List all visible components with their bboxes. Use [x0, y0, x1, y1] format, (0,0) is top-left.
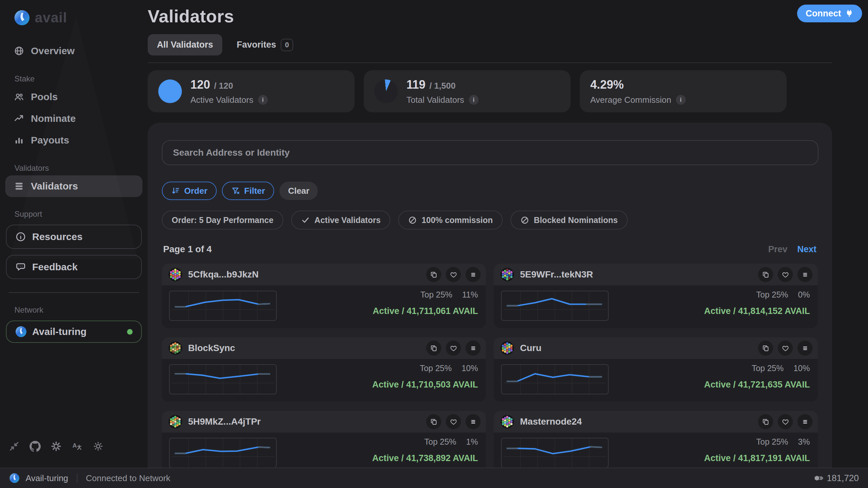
chip-order-5-day-performance[interactable]: Order: 5 Day Performance	[162, 211, 283, 230]
copy-address-button[interactable]	[758, 414, 773, 429]
tab-all-validators[interactable]: All Validators	[148, 34, 222, 56]
copy-address-button[interactable]	[426, 340, 441, 356]
card-menu-button[interactable]	[798, 267, 812, 282]
validator-card-body: Top 25%11% Active / 41,711,061 AVAIL	[162, 285, 486, 328]
resources-button[interactable]: Resources	[6, 225, 142, 249]
validator-card-body: Top 25%3% Active / 41,817,191 AVAIL	[494, 432, 818, 468]
validator-name: 5H9MkZ...A4jTPr	[188, 417, 261, 427]
validator-card: BlockSync Top 25%10% Active / 41,710,503…	[162, 337, 486, 402]
copy-address-button[interactable]	[758, 340, 773, 356]
era-points: 11%	[462, 290, 478, 299]
chip-100-commission[interactable]: 100% commission	[398, 211, 503, 230]
sun-icon	[93, 441, 104, 452]
settings-button[interactable]	[51, 441, 62, 452]
language-button[interactable]	[71, 441, 83, 452]
validator-identicon	[168, 268, 182, 281]
avail-network-logo-icon	[15, 326, 27, 338]
clear-button[interactable]: Clear	[279, 182, 318, 200]
rank-label: Top 25%	[425, 437, 456, 446]
validator-card-body: Top 25%0% Active / 41,814,152 AVAIL	[494, 285, 818, 328]
chip-active-validators[interactable]: Active Validators	[291, 211, 390, 230]
theme-toggle-button[interactable]	[93, 441, 104, 452]
github-button[interactable]	[30, 441, 41, 452]
favorite-button[interactable]	[446, 340, 461, 356]
info-icon[interactable]: i	[676, 95, 686, 105]
sidebar-item-validators[interactable]: Validators	[5, 175, 143, 197]
network-name: Avail-turing	[32, 326, 87, 337]
info-icon[interactable]: i	[258, 95, 268, 105]
validator-card: Masternode24 Top 25%3% Active / 41,817,1…	[494, 411, 818, 468]
feedback-button[interactable]: Feedback	[6, 255, 142, 279]
ban-icon	[520, 216, 529, 225]
next-page-link[interactable]: Next	[797, 244, 816, 254]
era-points: 3%	[798, 437, 810, 446]
sort-icon	[171, 186, 180, 195]
card-menu-button[interactable]	[798, 414, 812, 429]
section-label-support: Support	[14, 210, 148, 219]
card-menu-button[interactable]	[798, 340, 812, 356]
era-points: 10%	[794, 364, 810, 373]
sidebar-item-pools[interactable]: Pools	[5, 86, 143, 108]
rank-label: Top 25%	[421, 290, 453, 299]
filter-button[interactable]: Filter	[222, 182, 274, 200]
chip-blocked-nominations[interactable]: Blocked Nominations	[510, 211, 628, 230]
card-menu-button[interactable]	[466, 414, 480, 429]
card-menu-button[interactable]	[466, 267, 480, 282]
favorite-button[interactable]	[778, 414, 793, 429]
section-label-validators: Validators	[14, 163, 148, 173]
gear-icon	[51, 441, 62, 452]
favorite-button[interactable]	[778, 340, 793, 356]
performance-sparkline	[169, 364, 277, 394]
info-icon[interactable]: i	[469, 95, 479, 105]
sidebar-item-overview[interactable]: Overview	[5, 40, 143, 62]
prev-page-link[interactable]: Prev	[768, 244, 787, 254]
validator-stake-status: Active / 41,817,191 AVAIL	[704, 453, 810, 463]
validator-card: 5H9MkZ...A4jTPr Top 25%1% Active / 41,73…	[162, 411, 486, 468]
block-height: 181,720	[814, 473, 859, 483]
validator-name: Masternode24	[520, 417, 582, 427]
copy-address-button[interactable]	[426, 267, 441, 282]
ban-icon	[408, 216, 417, 225]
sidebar-item-label: Validators	[31, 181, 78, 192]
copy-address-button[interactable]	[758, 267, 773, 282]
copy-address-button[interactable]	[426, 414, 441, 429]
tab-favorites[interactable]: Favorites 0	[237, 39, 293, 51]
resources-label: Resources	[32, 231, 83, 242]
sidebar-item-label: Pools	[31, 91, 58, 102]
card-menu-button[interactable]	[466, 340, 480, 356]
sidebar-footer-icons	[8, 441, 104, 452]
rank-label: Top 25%	[420, 364, 452, 373]
validator-card: Curu Top 25%10% Active / 41,721,635 AVAI…	[494, 337, 818, 402]
performance-sparkline	[501, 364, 609, 394]
card-actions	[426, 414, 480, 429]
favorite-button[interactable]	[446, 414, 461, 429]
validator-name: 5E9WFr...tekN3R	[520, 269, 593, 280]
statusbar-network: Avail-turing	[26, 473, 68, 483]
avail-logo-icon	[9, 473, 20, 483]
validator-name: Curu	[520, 343, 541, 353]
favorite-button[interactable]	[778, 267, 793, 282]
copy-icon	[430, 344, 438, 352]
statusbar-separator	[77, 474, 78, 482]
card-actions	[758, 340, 812, 356]
collapse-sidebar-button[interactable]	[8, 441, 20, 452]
stat-denominator: / 1,500	[429, 81, 456, 91]
search-input[interactable]	[162, 140, 818, 165]
performance-sparkline	[169, 438, 277, 468]
section-label-stake: Stake	[14, 74, 148, 84]
brand[interactable]: avail	[14, 8, 148, 27]
filter-label: Filter	[244, 186, 265, 196]
validator-card-header: Masternode24	[494, 411, 818, 432]
sidebar-item-payouts[interactable]: Payouts	[5, 129, 143, 151]
connect-button[interactable]: Connect	[797, 5, 862, 22]
card-actions	[426, 267, 480, 282]
sidebar-item-nominate[interactable]: Nominate	[5, 108, 143, 129]
rank-label: Top 25%	[756, 290, 788, 299]
rank-label: Top 25%	[752, 364, 784, 373]
performance-sparkline	[501, 438, 609, 468]
favorite-button[interactable]	[446, 267, 461, 282]
menu-icon	[801, 271, 809, 278]
order-button[interactable]: Order	[162, 182, 217, 200]
network-selector[interactable]: Avail-turing	[6, 321, 142, 343]
github-icon	[30, 441, 41, 452]
